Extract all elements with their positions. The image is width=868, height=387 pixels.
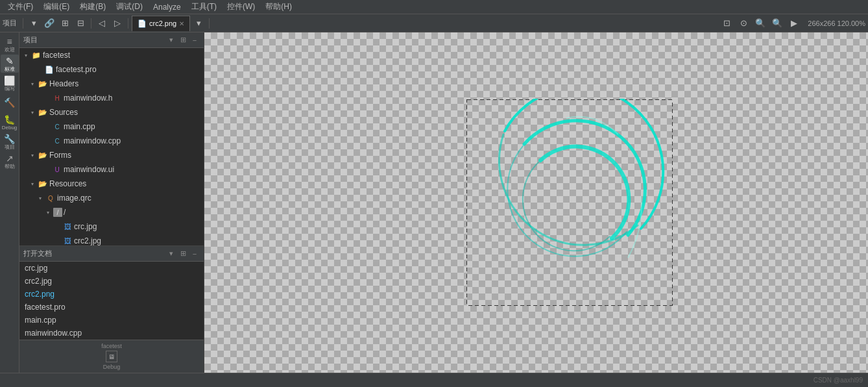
main-area: ≡ 欢迎 ✎ 标准 ⬜ 编写 🔨 🐛 Debug 🔧 项目 ↗ 帮助 项目 — [0, 32, 868, 373]
open-docs-buttons: ▾ ⊞ − — [166, 249, 200, 259]
folder-icon-resources: 📂 — [38, 179, 48, 189]
arrow-facetest: ▾ — [22, 51, 30, 59]
h-file-icon: H — [52, 93, 62, 103]
toolbar-win-btn[interactable]: ⊟ — [73, 16, 88, 31]
arrow-image-qrc: ▾ — [36, 194, 44, 202]
open-docs-filter-btn[interactable]: ▾ — [166, 249, 176, 259]
pro-icon: 📄 — [44, 64, 54, 75]
sidebar-icon-project[interactable]: 🔧 项目 — [1, 132, 19, 151]
panel-filter-btn[interactable]: ▾ — [166, 35, 176, 45]
open-docs-list: crc.jpg crc2.jpg crc2.png facetest.pro m… — [19, 262, 204, 340]
menu-build[interactable]: 构建(B) — [75, 0, 111, 14]
toolbar-add-btn[interactable]: ⊞ — [58, 16, 72, 31]
panel-title: 项目 — [23, 35, 38, 45]
toolbar-back-btn[interactable]: ◁ — [95, 16, 109, 31]
statusbar-watermark: CSDN @aaxhl99 — [814, 377, 863, 384]
qrc-icon: Q — [45, 193, 56, 203]
toolbar-sep-4 — [209, 18, 210, 29]
tree-item-mainwindow-ui[interactable]: ▸ U mainwindow.ui — [19, 162, 204, 177]
tab-close-btn[interactable]: ✕ — [179, 20, 184, 27]
toolbar-zoom-in-btn[interactable]: 🔍 — [753, 16, 767, 31]
toolbar-zoom-orig-btn[interactable]: ⊙ — [736, 16, 751, 31]
sidebar-icon-help[interactable]: ↗ 帮助 — [1, 152, 19, 170]
file-tree-scroll[interactable]: ▾ 📁 facetest ▸ 📄 facetest.pro ▾ 📂 Header… — [19, 48, 204, 245]
folder-icon-root: / — [53, 208, 62, 217]
tree-item-crc-jpg[interactable]: ▸ 🖼 crc.jpg — [19, 219, 204, 234]
sidebar-icon-welcome[interactable]: ≡ 欢迎 — [1, 35, 19, 53]
toolbar-sep-2 — [91, 18, 91, 29]
open-docs-header: 打开文档 ▾ ⊞ − — [19, 246, 204, 262]
tree-item-main-cpp[interactable]: ▸ C main.cpp — [19, 119, 204, 134]
toolbar-zoom-fit-btn[interactable]: ⊡ — [719, 16, 734, 31]
doc-item-main-cpp[interactable]: main.cpp — [19, 314, 204, 327]
toolbar-filter-btn[interactable]: ▾ — [27, 16, 41, 31]
tree-item-headers[interactable]: ▾ 📂 Headers — [19, 77, 204, 91]
cpp-icon-mainwindow: C — [52, 136, 62, 146]
tree-item-facetest-root[interactable]: ▾ 📁 facetest — [19, 48, 204, 62]
menu-edit[interactable]: 编辑(E) — [38, 0, 75, 14]
toolbar-link-btn[interactable]: 🔗 — [42, 16, 56, 31]
toolbar-play-btn[interactable]: ▶ — [787, 16, 801, 31]
tree-item-root-folder[interactable]: ▾ / / — [19, 205, 204, 219]
tree-item-facetest-pro[interactable]: ▸ 📄 facetest.pro — [19, 62, 204, 77]
write-icon: ⬜ — [4, 75, 15, 86]
doc-item-facetest-pro[interactable]: facetest.pro — [19, 301, 204, 314]
toolbar-forward-btn[interactable]: ▷ — [110, 16, 125, 31]
toolbar-sep-1 — [23, 18, 23, 29]
edit-icon: ✎ — [6, 56, 14, 66]
sidebar-icon-build[interactable]: 🔨 — [1, 94, 19, 112]
build-icon: 🔨 — [4, 97, 15, 108]
doc-item-crc2-png[interactable]: crc2.png — [19, 288, 204, 301]
doc-item-crc2-jpg[interactable]: crc2.jpg — [19, 275, 204, 288]
bottom-label-facetest: facetest — [101, 343, 122, 349]
tree-item-image-qrc[interactable]: ▾ Q image.qrc — [19, 191, 204, 205]
sidebar-icons: ≡ 欢迎 ✎ 标准 ⬜ 编写 🔨 🐛 Debug 🔧 项目 ↗ 帮助 — [0, 32, 19, 373]
open-docs-minimize-btn[interactable]: − — [189, 249, 200, 259]
tree-item-mainwindow-cpp[interactable]: ▸ C mainwindow.cpp — [19, 134, 204, 148]
folder-icon-facetest: 📁 — [31, 50, 42, 60]
menu-file[interactable]: 文件(F) — [3, 0, 38, 14]
open-docs-add-btn[interactable]: ⊞ — [178, 249, 188, 259]
toolbar: 项目 ▾ 🔗 ⊞ ⊟ ◁ ▷ 📄 crc2.png ✕ ▾ ⊡ ⊙ 🔍 🔍 ▶ … — [0, 14, 868, 32]
monitor-sym: 🖥 — [108, 353, 115, 360]
tab-label: crc2.png — [149, 19, 176, 27]
arrow-forms: ▾ — [29, 151, 36, 159]
canvas-info-label: 266x266 120.00% — [808, 19, 865, 27]
sidebar-icon-standard[interactable]: ✎ 标准 — [1, 55, 19, 73]
menu-tools[interactable]: 工具(T) — [186, 0, 222, 14]
doc-item-crc-jpg[interactable]: crc.jpg — [19, 262, 204, 275]
debug-icon: 🐛 — [4, 114, 15, 125]
tree-item-crc2-jpg[interactable]: ▸ 🖼 crc2.jpg — [19, 234, 204, 245]
folder-icon-forms: 📂 — [38, 150, 48, 160]
menu-help[interactable]: 帮助(H) — [260, 0, 297, 14]
tab-crc2png[interactable]: 📄 crc2.png ✕ — [132, 16, 190, 31]
tree-item-sources[interactable]: ▾ 📂 Sources — [19, 105, 204, 119]
sidebar-icon-debug[interactable]: 🐛 Debug — [1, 113, 19, 131]
img-icon-crc2: 🖼 — [62, 236, 73, 245]
sidebar-icon-write[interactable]: ⬜ 编写 — [1, 74, 19, 92]
toolbar-tab-list-btn[interactable]: ▾ — [191, 16, 206, 31]
open-docs-title: 打开文档 — [23, 249, 52, 258]
arrow-headers: ▾ — [29, 80, 36, 88]
menu-control[interactable]: 控件(W) — [222, 0, 260, 14]
tree-item-mainwindow-h[interactable]: ▸ H mainwindow.h — [19, 91, 204, 105]
tree-item-resources[interactable]: ▾ 📂 Resources — [19, 177, 204, 191]
bottom-monitor-icon[interactable]: 🖥 — [106, 351, 117, 362]
ui-icon: U — [52, 164, 62, 175]
canvas-area — [204, 32, 868, 373]
menu-analyze[interactable]: Analyze — [148, 1, 186, 13]
file-tree-panel: 项目 ▾ ⊞ − ▾ 📁 facetest ▸ 📄 facetest.pro — [19, 32, 204, 373]
welcome-icon: ≡ — [6, 36, 12, 47]
panel-header-buttons: ▾ ⊞ − — [166, 35, 200, 45]
statusbar-right: CSDN @aaxhl99 — [814, 377, 863, 384]
tree-item-forms[interactable]: ▾ 📂 Forms — [19, 148, 204, 162]
arrow-resources: ▾ — [29, 180, 36, 188]
toolbar-zoom-out-btn[interactable]: 🔍 — [770, 16, 784, 31]
panel-minimize-btn[interactable]: − — [189, 35, 200, 45]
menu-debug[interactable]: 调试(D) — [111, 0, 148, 14]
statusbar: CSDN @aaxhl99 — [0, 373, 868, 387]
bottom-label-debug: Debug — [103, 364, 121, 370]
panel-add-btn[interactable]: ⊞ — [178, 35, 188, 45]
panel-header: 项目 ▾ ⊞ − — [19, 32, 204, 48]
doc-item-mainwindow-cpp[interactable]: mainwindow.cpp — [19, 327, 204, 340]
